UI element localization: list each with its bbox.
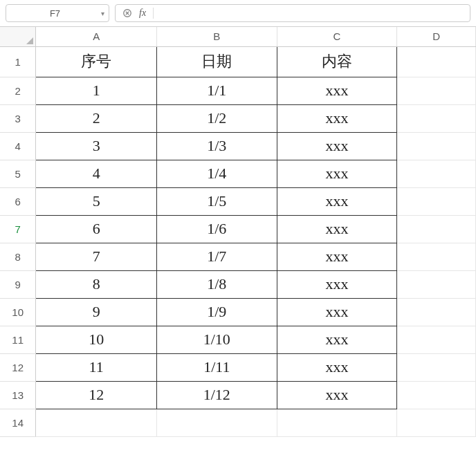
row-header-12[interactable]: 12 [0, 353, 36, 381]
cell-B7[interactable]: 1/6 [157, 215, 277, 243]
cell-A7[interactable]: 6 [36, 215, 157, 243]
cell-A3[interactable]: 2 [36, 104, 157, 132]
cell-C4[interactable]: xxx [277, 132, 397, 160]
cell-B1[interactable]: 日期 [157, 46, 277, 77]
cell-D9[interactable] [397, 270, 476, 298]
row-header-8[interactable]: 8 [0, 243, 36, 270]
cell-A8[interactable]: 7 [36, 243, 157, 270]
cell-D6[interactable] [397, 187, 476, 215]
cell-B10[interactable]: 1/9 [157, 298, 277, 326]
cell-A6[interactable]: 5 [36, 187, 157, 215]
cell-C10[interactable]: xxx [277, 298, 397, 326]
row-header-2[interactable]: 2 [0, 77, 36, 104]
row-header-10[interactable]: 10 [0, 298, 36, 326]
cell-A4[interactable]: 3 [36, 132, 157, 160]
chevron-down-icon: ▾ [97, 10, 104, 17]
cell-C9[interactable]: xxx [277, 270, 397, 298]
cell-D1[interactable] [397, 46, 476, 77]
separator [153, 8, 154, 19]
row-header-9[interactable]: 9 [0, 270, 36, 298]
column-header-A[interactable]: A [36, 27, 157, 46]
row-header-4[interactable]: 4 [0, 132, 36, 160]
cell-D7[interactable] [397, 215, 476, 243]
cell-B9[interactable]: 1/8 [157, 270, 277, 298]
cell-C7[interactable]: xxx [277, 215, 397, 243]
row-header-1[interactable]: 1 [0, 46, 36, 77]
cell-A10[interactable]: 9 [36, 298, 157, 326]
cell-A13[interactable]: 12 [36, 381, 157, 409]
cell-B2[interactable]: 1/1 [157, 77, 277, 104]
select-all-corner[interactable] [0, 27, 36, 46]
fx-icon[interactable]: fx [139, 8, 146, 19]
row-header-7[interactable]: 7 [0, 215, 36, 243]
cell-C2[interactable]: xxx [277, 77, 397, 104]
row-header-11[interactable]: 11 [0, 326, 36, 353]
cell-C13[interactable]: xxx [277, 381, 397, 409]
cell-A1[interactable]: 序号 [36, 46, 157, 77]
cell-D4[interactable] [397, 132, 476, 160]
cell-D8[interactable] [397, 243, 476, 270]
cell-D14[interactable] [397, 409, 476, 436]
name-box[interactable]: F7 ▾ [6, 4, 109, 22]
formula-bar: fx [115, 4, 470, 22]
row-header-3[interactable]: 3 [0, 104, 36, 132]
cell-B8[interactable]: 1/7 [157, 243, 277, 270]
cell-D5[interactable] [397, 160, 476, 187]
cell-C5[interactable]: xxx [277, 160, 397, 187]
cell-D12[interactable] [397, 353, 476, 381]
cell-B11[interactable]: 1/10 [157, 326, 277, 353]
cell-C14[interactable] [277, 409, 397, 436]
cell-D3[interactable] [397, 104, 476, 132]
cell-A5[interactable]: 4 [36, 160, 157, 187]
column-header-D[interactable]: D [397, 27, 476, 46]
cell-C3[interactable]: xxx [277, 104, 397, 132]
toolbar: F7 ▾ fx [0, 0, 476, 26]
row-header-5[interactable]: 5 [0, 160, 36, 187]
cell-D2[interactable] [397, 77, 476, 104]
column-header-B[interactable]: B [157, 27, 277, 46]
spreadsheet-grid[interactable]: ABCD1序号日期内容211/1xxx321/2xxx431/3xxx541/4… [0, 26, 476, 437]
cell-D10[interactable] [397, 298, 476, 326]
cell-A2[interactable]: 1 [36, 77, 157, 104]
cell-reference: F7 [13, 8, 97, 19]
cell-A14[interactable] [36, 409, 157, 436]
cell-B4[interactable]: 1/3 [157, 132, 277, 160]
cell-C6[interactable]: xxx [277, 187, 397, 215]
cell-C11[interactable]: xxx [277, 326, 397, 353]
cell-C1[interactable]: 内容 [277, 46, 397, 77]
column-header-C[interactable]: C [277, 27, 397, 46]
cancel-icon[interactable] [122, 8, 132, 18]
cell-B6[interactable]: 1/5 [157, 187, 277, 215]
row-header-6[interactable]: 6 [0, 187, 36, 215]
cell-A11[interactable]: 10 [36, 326, 157, 353]
row-header-14[interactable]: 14 [0, 409, 36, 436]
cell-B14[interactable] [157, 409, 277, 436]
row-header-13[interactable]: 13 [0, 381, 36, 409]
cell-A12[interactable]: 11 [36, 353, 157, 381]
cell-B5[interactable]: 1/4 [157, 160, 277, 187]
cell-C8[interactable]: xxx [277, 243, 397, 270]
cell-C12[interactable]: xxx [277, 353, 397, 381]
formula-input[interactable] [161, 5, 463, 21]
cell-D13[interactable] [397, 381, 476, 409]
cell-B3[interactable]: 1/2 [157, 104, 277, 132]
cell-B12[interactable]: 1/11 [157, 353, 277, 381]
cell-D11[interactable] [397, 326, 476, 353]
cell-B13[interactable]: 1/12 [157, 381, 277, 409]
cell-A9[interactable]: 8 [36, 270, 157, 298]
